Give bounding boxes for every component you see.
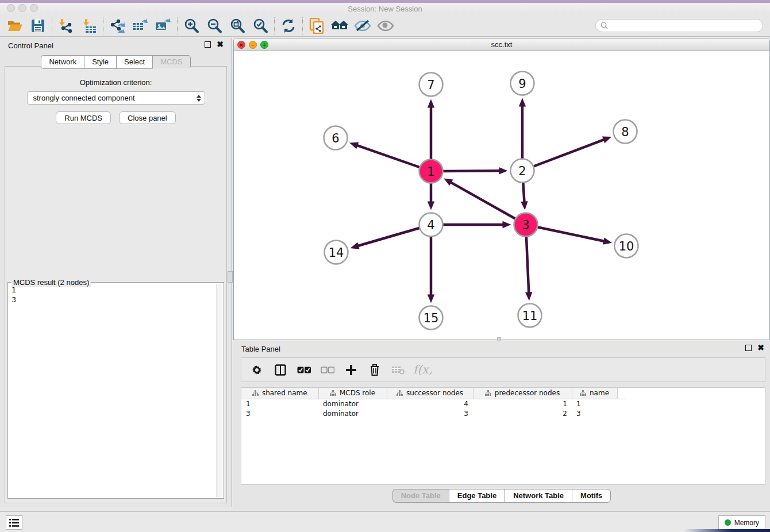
result-scrollbar[interactable] [216, 284, 222, 497]
export-image-button[interactable] [152, 17, 175, 35]
tab-edge-table[interactable]: Edge Table [449, 489, 505, 503]
column-header-label: predecessor nodes [495, 389, 560, 397]
zoom-in-button[interactable] [180, 17, 203, 35]
search-icon [600, 22, 608, 29]
graph-edge[interactable] [451, 182, 526, 225]
graph-node-label: 14 [329, 246, 344, 260]
tab-style[interactable]: Style [84, 55, 116, 69]
table-cell[interactable]: 1 [473, 399, 572, 408]
export-network-button[interactable] [106, 17, 129, 35]
list-icon [9, 519, 19, 527]
show-all-button[interactable] [374, 17, 397, 35]
tab-network-table[interactable]: Network Table [505, 489, 572, 503]
memory-button[interactable]: Memory [718, 515, 765, 530]
column-header[interactable]: shared name [241, 388, 318, 399]
graph-node-label: 3 [522, 218, 529, 232]
float-table-panel-icon[interactable] [745, 345, 752, 351]
node-table: shared nameMCDS rolesuccessor nodesprede… [241, 387, 765, 485]
minimize-view-button[interactable]: − [249, 41, 257, 49]
apply-layout-button[interactable] [328, 17, 351, 35]
toolbar-separator [52, 17, 52, 34]
minimize-window-button[interactable] [18, 4, 26, 12]
toolbar-separator [103, 17, 103, 34]
graph-edge-arrowhead [350, 242, 359, 249]
column-header[interactable]: predecessor nodes [473, 388, 572, 399]
column-header[interactable]: MCDS role [318, 388, 387, 399]
deselect-all-button[interactable] [317, 360, 338, 380]
close-view-button[interactable]: ✕ [237, 41, 245, 49]
network-window-titlebar[interactable]: ✕ − + scc.txt [234, 38, 769, 51]
table-settings-button[interactable] [246, 360, 267, 380]
new-network-from-selection-button[interactable] [305, 17, 328, 35]
close-panel-button[interactable]: Close panel [119, 111, 176, 124]
export-table-button[interactable] [129, 17, 152, 35]
column-header-label: successor nodes [406, 389, 463, 397]
function-builder-button[interactable]: f(x) [411, 360, 432, 380]
columns-icon [275, 364, 286, 376]
column-header[interactable]: name [572, 388, 617, 399]
graph-edge-arrowhead [602, 137, 611, 144]
table-cell[interactable]: 1 [572, 399, 617, 408]
float-panel-icon[interactable] [205, 41, 211, 48]
mcds-result-text[interactable]: 13 [9, 284, 215, 497]
table-row[interactable]: 3dominator323 [241, 408, 626, 418]
zoom-fit-icon [229, 18, 245, 34]
refresh-button[interactable] [277, 17, 300, 35]
close-panel-icon[interactable]: ✖ [217, 41, 224, 48]
zoom-out-button[interactable] [203, 17, 226, 35]
tab-select[interactable]: Select [116, 55, 152, 69]
import-network-button[interactable] [55, 17, 78, 35]
search-input[interactable] [608, 20, 763, 31]
tab-mcds[interactable]: MCDS [152, 55, 190, 69]
network-canvas[interactable]: 1234678910111415 [234, 51, 769, 340]
zoom-window-button[interactable] [30, 4, 38, 12]
tab-network[interactable]: Network [41, 55, 84, 69]
table-cell[interactable]: dominator [318, 408, 387, 418]
flatten-icon [252, 390, 259, 396]
graph-edge-arrowhead [525, 292, 532, 300]
search-field[interactable] [595, 19, 763, 32]
export-network-icon [109, 18, 125, 33]
document-share-icon [309, 18, 324, 34]
table-cell[interactable]: 4 [387, 399, 473, 408]
table-cell[interactable]: 2 [473, 408, 572, 418]
table-cell[interactable]: 3 [572, 408, 617, 418]
select-all-button[interactable] [293, 360, 314, 380]
table-row[interactable]: 1dominator411 [241, 399, 626, 408]
split-drag-handle[interactable] [497, 337, 501, 341]
save-session-button[interactable] [26, 17, 49, 35]
table-cell[interactable]: 1 [241, 399, 318, 408]
table-cell[interactable]: dominator [318, 399, 387, 408]
task-history-button[interactable] [6, 515, 22, 530]
open-session-button[interactable] [3, 17, 26, 35]
close-table-panel-icon[interactable]: ✖ [757, 345, 764, 351]
optimization-criterion-dropdown[interactable]: strongly connected component [27, 91, 205, 105]
zoom-in-icon [183, 18, 199, 34]
table-cell[interactable]: 3 [241, 408, 318, 418]
main-toolbar [0, 15, 770, 37]
table-panel: Table Panel ✖ [233, 341, 770, 510]
control-panel-header: Control Panel ✖ [0, 38, 232, 54]
column-layout-button[interactable] [270, 360, 291, 380]
tab-node-table[interactable]: Node Table [392, 489, 449, 503]
import-table-button[interactable] [78, 17, 101, 35]
graph-node-label: 15 [424, 311, 439, 325]
delete-column-button[interactable] [364, 360, 385, 380]
maximize-view-button[interactable]: + [260, 41, 268, 49]
hide-selection-button[interactable] [351, 17, 374, 35]
graph-edge-arrowhead [428, 99, 434, 108]
tab-motifs[interactable]: Motifs [572, 489, 611, 503]
panel-divider-handle[interactable] [228, 271, 233, 283]
close-window-button[interactable] [7, 4, 15, 12]
export-table-icon [132, 18, 148, 33]
graph-edge[interactable] [522, 140, 605, 171]
add-column-button[interactable] [340, 360, 361, 380]
run-mcds-button[interactable]: Run MCDS [56, 111, 111, 124]
table-cell[interactable]: 3 [387, 408, 473, 418]
fx-icon: f(x) [412, 363, 432, 377]
zoom-fit-button[interactable] [226, 17, 249, 35]
save-floppy-icon [31, 19, 45, 33]
zoom-selected-button[interactable] [249, 17, 272, 35]
column-header[interactable]: successor nodes [387, 388, 473, 399]
delete-table-button[interactable] [387, 360, 409, 380]
